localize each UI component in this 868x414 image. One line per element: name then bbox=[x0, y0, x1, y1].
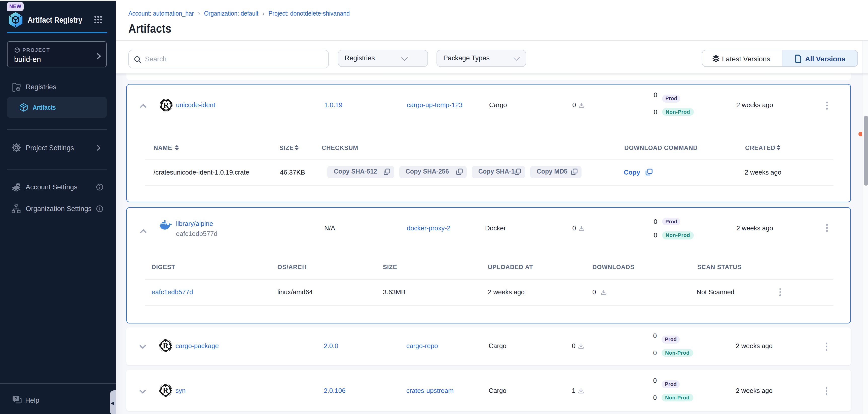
svg-text:R: R bbox=[163, 386, 168, 395]
svg-text:R: R bbox=[163, 101, 169, 109]
svg-text:?: ? bbox=[14, 396, 17, 401]
svg-text:R: R bbox=[163, 341, 168, 350]
